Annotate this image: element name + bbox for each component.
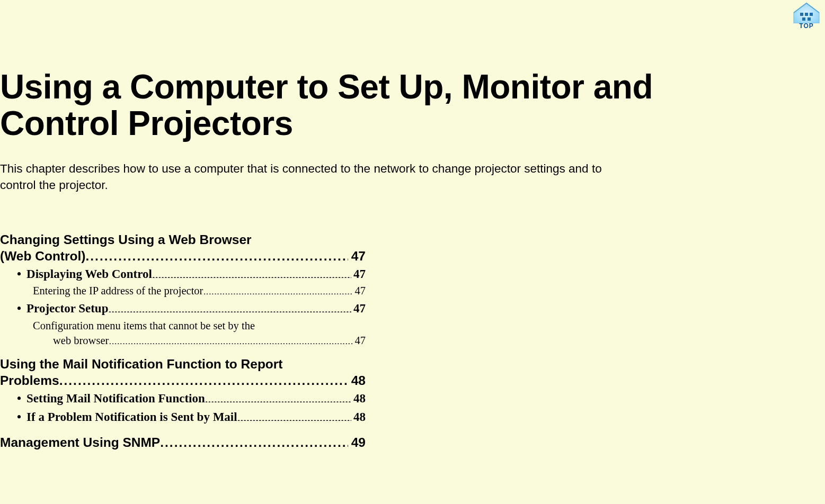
home-top-icon bbox=[792, 0, 821, 23]
toc-subsection-link[interactable]: • Projector Setup 47 bbox=[0, 299, 366, 318]
toc-section-link[interactable]: Changing Settings Using a Web Browser (W… bbox=[0, 231, 366, 265]
toc-page-number: 47 bbox=[351, 299, 366, 318]
toc-section-title: Management Using SNMP bbox=[0, 434, 160, 451]
toc-leader-dots bbox=[237, 409, 351, 421]
toc-leader-dots bbox=[205, 390, 351, 402]
toc-section-link[interactable]: Management Using SNMP 49 bbox=[0, 434, 366, 451]
toc-leader-dots bbox=[108, 300, 351, 312]
toc-item-title-line1: Configuration menu items that cannot be … bbox=[33, 320, 255, 331]
page-title: Using a Computer to Set Up, Monitor and … bbox=[0, 69, 657, 142]
toc-leader-dots bbox=[160, 434, 348, 447]
svg-rect-1 bbox=[805, 13, 808, 16]
table-of-contents: Changing Settings Using a Web Browser (W… bbox=[0, 231, 366, 451]
toc-page-number: 47 bbox=[351, 265, 366, 284]
intro-paragraph: This chapter describes how to use a comp… bbox=[0, 161, 615, 193]
toc-item-title-line2: web browser bbox=[53, 333, 109, 348]
toc-item-link[interactable]: Configuration menu items that cannot be … bbox=[0, 318, 366, 348]
top-button[interactable]: TOP bbox=[788, 0, 825, 37]
svg-rect-2 bbox=[810, 13, 813, 16]
toc-leader-dots bbox=[203, 284, 352, 295]
top-button-label: TOP bbox=[799, 22, 813, 30]
toc-page-number: 47 bbox=[353, 283, 366, 299]
svg-rect-3 bbox=[802, 17, 805, 21]
toc-item-title: Entering the IP address of the projector bbox=[33, 283, 203, 299]
svg-rect-0 bbox=[800, 13, 803, 16]
bullet-icon: • bbox=[17, 299, 26, 318]
toc-leader-dots bbox=[109, 334, 352, 345]
toc-leader-dots bbox=[86, 248, 348, 261]
toc-section-title: Problems bbox=[0, 372, 59, 389]
toc-subsection-title: If a Problem Notification is Sent by Mai… bbox=[26, 408, 237, 427]
toc-section-link[interactable]: Using the Mail Notification Function to … bbox=[0, 356, 366, 389]
toc-item-link[interactable]: Entering the IP address of the projector… bbox=[0, 283, 366, 299]
toc-leader-dots bbox=[59, 372, 348, 385]
toc-leader-dots bbox=[152, 266, 351, 278]
toc-page-number: 47 bbox=[348, 248, 366, 264]
toc-page-number: 48 bbox=[351, 408, 366, 427]
toc-subsection-link[interactable]: • Displaying Web Control 47 bbox=[0, 265, 366, 284]
document-page: Using a Computer to Set Up, Monitor and … bbox=[0, 0, 657, 451]
toc-subsection-title: Projector Setup bbox=[26, 299, 108, 318]
toc-page-number: 48 bbox=[351, 389, 366, 408]
toc-page-number: 47 bbox=[353, 333, 366, 348]
toc-section-title: (Web Control) bbox=[0, 248, 86, 264]
toc-subsection-title: Displaying Web Control bbox=[26, 265, 152, 284]
toc-subsection-link[interactable]: • Setting Mail Notification Function 48 bbox=[0, 389, 366, 408]
bullet-icon: • bbox=[17, 408, 26, 427]
bullet-icon: • bbox=[17, 389, 26, 408]
svg-rect-4 bbox=[808, 17, 811, 21]
toc-page-number: 48 bbox=[348, 372, 366, 389]
toc-subsection-title: Setting Mail Notification Function bbox=[26, 389, 205, 408]
toc-subsection-link[interactable]: • If a Problem Notification is Sent by M… bbox=[0, 408, 366, 427]
bullet-icon: • bbox=[17, 265, 26, 284]
toc-page-number: 49 bbox=[348, 434, 366, 451]
